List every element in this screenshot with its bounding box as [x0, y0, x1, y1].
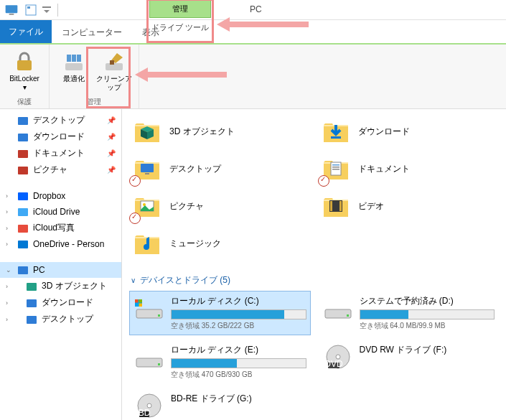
svg-rect-34 — [330, 201, 332, 211]
svg-rect-16 — [18, 192, 28, 200]
folder-icon — [321, 154, 351, 184]
nav-item-label: Dropbox — [33, 191, 65, 201]
nav-cloud-item[interactable]: ›Dropbox — [0, 188, 121, 204]
svg-rect-4 — [42, 6, 51, 8]
folder-item[interactable]: ダウンロード — [318, 113, 500, 149]
nav-pc-child[interactable]: ›デスクトップ — [0, 311, 121, 327]
dropdown-icon: ▾ — [23, 83, 27, 92]
expand-icon[interactable]: › — [6, 192, 8, 200]
folder-item[interactable]: 3D オブジェクト — [129, 113, 311, 149]
svg-rect-30 — [332, 169, 339, 170]
nav-item-label: ドキュメント — [33, 147, 85, 159]
svg-rect-11 — [110, 60, 114, 65]
svg-rect-42 — [139, 304, 143, 307]
nav-quick-item[interactable]: ダウンロード📌 — [0, 129, 121, 145]
drive-item[interactable]: ローカル ディスク (E:)空き領域 470 GB/930 GB — [129, 340, 311, 384]
desktop-icon — [17, 115, 29, 126]
ribbon-group-protect: BitLocker ▾ 保護 — [0, 45, 50, 108]
pc-icon — [4, 3, 19, 17]
nav-quick-item[interactable]: ドキュメント📌 — [0, 145, 121, 162]
tab-computer[interactable]: コンピューター — [52, 22, 132, 43]
sync-badge-icon — [318, 175, 329, 187]
nav-item-label: 3D オブジェクト — [42, 280, 107, 292]
titlebar: PC — [0, 0, 506, 20]
folder-item[interactable]: ドキュメント — [318, 151, 500, 187]
nav-pc-item[interactable]: ⌄PC — [0, 262, 121, 278]
folder-label: 3D オブジェクト — [169, 126, 235, 138]
svg-rect-6 — [65, 63, 83, 70]
svg-rect-44 — [347, 314, 349, 317]
nav-cloud-item[interactable]: ›OneDrive - Person — [0, 236, 121, 252]
drive-name: ローカル ディスク (E:) — [171, 344, 306, 356]
tab-file[interactable]: ファイル — [0, 20, 52, 43]
nav-item-label: iCloud Drive — [33, 207, 80, 217]
qat-dropdown-icon[interactable] — [41, 4, 52, 16]
window-title: PC — [250, 4, 262, 14]
nav-pc-child[interactable]: ›3D オブジェクト — [0, 278, 121, 294]
svg-rect-23 — [27, 316, 37, 324]
tab-drive-tools[interactable]: ドライブ ツール — [149, 18, 211, 37]
cleanup-label: クリーンアップ — [95, 75, 133, 92]
folder-icon — [132, 191, 162, 221]
folder-label: ピクチャ — [169, 200, 204, 213]
expand-icon[interactable]: › — [6, 241, 8, 248]
svg-rect-22 — [27, 299, 37, 307]
nav-quick-item[interactable]: デスクトップ📌 — [0, 112, 121, 129]
expand-icon[interactable]: › — [6, 208, 8, 215]
annotation-arrow-tab — [230, 22, 309, 27]
optimize-button[interactable]: 最適化 — [54, 47, 94, 95]
dvd-drive-icon: DVD — [322, 344, 354, 370]
download-icon — [26, 297, 37, 309]
drive-item[interactable]: BDBD-RE ドライブ (G:) — [129, 388, 311, 420]
hdd-drive-icon — [133, 344, 165, 370]
drive-item[interactable]: DVDDVD RW ドライブ (F:) — [318, 340, 500, 384]
folder-label: ダウンロード — [358, 126, 410, 138]
nav-cloud-item[interactable]: ›iCloud Drive — [0, 204, 121, 220]
svg-rect-36 — [136, 309, 162, 318]
folder-item[interactable]: ビデオ — [318, 188, 500, 224]
nav-item-label: PC — [33, 265, 45, 275]
icloud-photo-icon — [17, 223, 29, 234]
expand-icon[interactable]: › — [6, 225, 8, 232]
bitlocker-button[interactable]: BitLocker ▾ — [4, 47, 44, 95]
sync-badge-icon — [129, 213, 141, 224]
nav-pc-child[interactable]: ›ダウンロード — [0, 294, 121, 311]
folder-icon — [132, 116, 162, 146]
svg-rect-9 — [77, 55, 81, 62]
properties-icon[interactable] — [25, 4, 37, 16]
drive-item[interactable]: ローカル ディスク (C:)空き領域 35.2 GB/222 GB — [129, 291, 311, 335]
cleanup-button[interactable]: クリーンアップ — [94, 47, 134, 95]
svg-rect-41 — [135, 304, 139, 307]
svg-rect-17 — [18, 208, 28, 216]
annotation-arrow-cleanup — [148, 72, 227, 78]
nav-quick-item[interactable]: ピクチャ📌 — [0, 162, 121, 178]
svg-rect-15 — [18, 167, 28, 174]
folder-item[interactable]: ミュージック — [129, 225, 311, 261]
svg-rect-7 — [67, 55, 71, 62]
expand-icon[interactable]: › — [6, 299, 8, 307]
pin-icon: 📌 — [107, 133, 116, 141]
folder-item[interactable]: ピクチャ — [129, 188, 311, 224]
folder-label: ビデオ — [358, 200, 384, 213]
expand-icon[interactable]: › — [6, 316, 8, 323]
nav-cloud-item[interactable]: ›iCloud写真 — [0, 220, 121, 236]
optimize-label: 最適化 — [63, 75, 85, 83]
group-header-devices[interactable]: ∨ デバイスとドライブ (5) — [129, 270, 499, 291]
drive-item[interactable]: システムで予約済み (D:)空き領域 64.0 MB/99.9 MB — [318, 291, 500, 335]
expand-icon[interactable]: › — [6, 283, 8, 290]
pin-icon: 📌 — [107, 166, 116, 174]
hdd-drive-icon — [322, 295, 354, 321]
folder-item[interactable]: デスクトップ — [129, 151, 311, 187]
download-icon — [17, 131, 29, 143]
svg-rect-14 — [18, 150, 28, 158]
expand-icon[interactable]: ⌄ — [6, 266, 11, 274]
separator — [57, 4, 58, 17]
group-label-manage: 管理 — [87, 97, 101, 107]
svg-rect-45 — [136, 358, 162, 367]
bitlocker-icon — [13, 50, 36, 73]
svg-rect-28 — [332, 164, 339, 166]
svg-rect-1 — [9, 14, 14, 15]
svg-rect-46 — [158, 363, 160, 365]
svg-rect-39 — [135, 299, 139, 303]
nav-item-label: OneDrive - Person — [33, 239, 104, 249]
